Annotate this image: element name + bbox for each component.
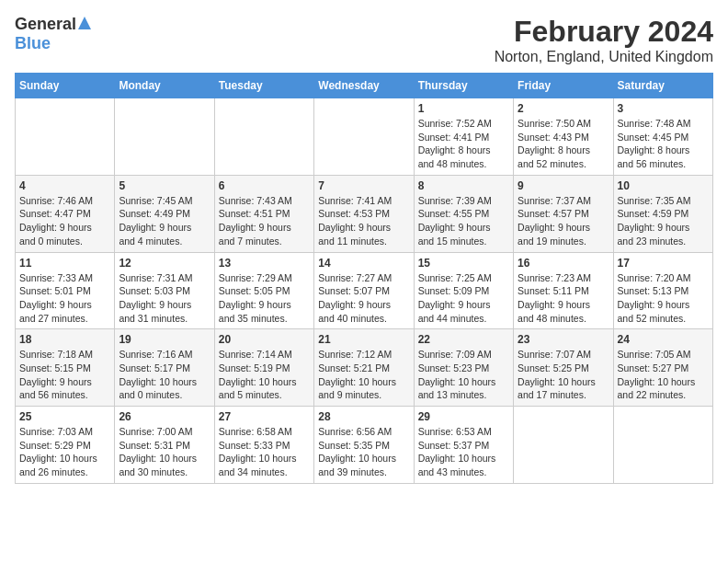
day-info: Sunrise: 7:35 AM Sunset: 4:59 PM Dayligh…	[618, 194, 709, 248]
calendar-cell	[514, 407, 613, 484]
day-info: Sunrise: 7:00 AM Sunset: 5:31 PM Dayligh…	[119, 425, 210, 479]
calendar-cell: 8Sunrise: 7:39 AM Sunset: 4:55 PM Daylig…	[414, 175, 513, 252]
day-info: Sunrise: 7:12 AM Sunset: 5:21 PM Dayligh…	[318, 348, 409, 402]
calendar-cell: 24Sunrise: 7:05 AM Sunset: 5:27 PM Dayli…	[613, 329, 712, 407]
day-number: 9	[518, 179, 609, 192]
day-info: Sunrise: 6:58 AM Sunset: 5:33 PM Dayligh…	[219, 425, 310, 479]
day-info: Sunrise: 7:16 AM Sunset: 5:17 PM Dayligh…	[119, 348, 210, 402]
day-info: Sunrise: 7:18 AM Sunset: 5:15 PM Dayligh…	[19, 348, 110, 402]
calendar-cell: 16Sunrise: 7:23 AM Sunset: 5:11 PM Dayli…	[514, 252, 613, 329]
day-number: 4	[19, 179, 110, 192]
day-number: 21	[318, 333, 409, 346]
calendar-cell: 15Sunrise: 7:25 AM Sunset: 5:09 PM Dayli…	[414, 252, 513, 329]
calendar-cell: 9Sunrise: 7:37 AM Sunset: 4:57 PM Daylig…	[514, 175, 613, 252]
week-row-0: 1Sunrise: 7:52 AM Sunset: 4:41 PM Daylig…	[16, 98, 713, 176]
day-number: 12	[119, 257, 210, 270]
day-info: Sunrise: 7:20 AM Sunset: 5:13 PM Dayligh…	[618, 271, 709, 326]
day-number: 29	[418, 410, 509, 423]
day-info: Sunrise: 6:56 AM Sunset: 5:35 PM Dayligh…	[318, 425, 409, 479]
calendar-cell	[314, 98, 414, 176]
weekday-header-thursday: Thursday	[414, 74, 513, 98]
header: General Blue February 2024 Norton, Engla…	[15, 15, 713, 65]
day-number: 27	[219, 410, 310, 423]
day-info: Sunrise: 7:33 AM Sunset: 5:01 PM Dayligh…	[19, 271, 110, 326]
day-info: Sunrise: 7:03 AM Sunset: 5:29 PM Dayligh…	[19, 425, 110, 479]
day-info: Sunrise: 7:46 AM Sunset: 4:47 PM Dayligh…	[19, 194, 110, 248]
calendar-cell: 28Sunrise: 6:56 AM Sunset: 5:35 PM Dayli…	[314, 407, 414, 484]
day-info: Sunrise: 7:29 AM Sunset: 5:05 PM Dayligh…	[219, 271, 310, 326]
day-info: Sunrise: 7:45 AM Sunset: 4:49 PM Dayligh…	[119, 194, 210, 248]
weekday-header-saturday: Saturday	[613, 74, 712, 98]
day-number: 28	[318, 410, 409, 423]
calendar: SundayMondayTuesdayWednesdayThursdayFrid…	[15, 73, 713, 484]
calendar-cell: 20Sunrise: 7:14 AM Sunset: 5:19 PM Dayli…	[214, 329, 313, 407]
week-row-3: 18Sunrise: 7:18 AM Sunset: 5:15 PM Dayli…	[16, 329, 713, 407]
day-info: Sunrise: 7:09 AM Sunset: 5:23 PM Dayligh…	[418, 348, 509, 402]
month-year: February 2024	[495, 15, 713, 49]
day-number: 20	[219, 333, 310, 346]
weekday-header-tuesday: Tuesday	[214, 74, 313, 98]
weekday-header-sunday: Sunday	[16, 74, 115, 98]
week-row-2: 11Sunrise: 7:33 AM Sunset: 5:01 PM Dayli…	[16, 252, 713, 329]
calendar-cell: 21Sunrise: 7:12 AM Sunset: 5:21 PM Dayli…	[314, 329, 414, 407]
day-info: Sunrise: 7:27 AM Sunset: 5:07 PM Dayligh…	[318, 271, 409, 326]
calendar-cell	[16, 98, 115, 176]
calendar-cell: 6Sunrise: 7:43 AM Sunset: 4:51 PM Daylig…	[214, 175, 313, 252]
day-info: Sunrise: 7:25 AM Sunset: 5:09 PM Dayligh…	[418, 271, 509, 326]
day-number: 17	[618, 257, 709, 270]
day-number: 14	[318, 257, 409, 270]
day-info: Sunrise: 7:37 AM Sunset: 4:57 PM Dayligh…	[518, 194, 609, 248]
logo-triangle-icon	[78, 17, 91, 33]
day-number: 11	[19, 257, 110, 270]
day-number: 23	[518, 333, 609, 346]
calendar-cell: 5Sunrise: 7:45 AM Sunset: 4:49 PM Daylig…	[115, 175, 214, 252]
calendar-cell: 13Sunrise: 7:29 AM Sunset: 5:05 PM Dayli…	[214, 252, 313, 329]
calendar-cell: 26Sunrise: 7:00 AM Sunset: 5:31 PM Dayli…	[115, 407, 214, 484]
day-info: Sunrise: 7:39 AM Sunset: 4:55 PM Dayligh…	[418, 194, 509, 248]
calendar-cell: 2Sunrise: 7:50 AM Sunset: 4:43 PM Daylig…	[514, 98, 613, 176]
calendar-cell: 22Sunrise: 7:09 AM Sunset: 5:23 PM Dayli…	[414, 329, 513, 407]
calendar-cell: 11Sunrise: 7:33 AM Sunset: 5:01 PM Dayli…	[16, 252, 115, 329]
day-number: 13	[219, 257, 310, 270]
weekday-header-row: SundayMondayTuesdayWednesdayThursdayFrid…	[16, 74, 713, 98]
day-info: Sunrise: 7:23 AM Sunset: 5:11 PM Dayligh…	[518, 271, 609, 326]
calendar-cell: 12Sunrise: 7:31 AM Sunset: 5:03 PM Dayli…	[115, 252, 214, 329]
day-number: 5	[119, 179, 210, 192]
calendar-cell	[115, 98, 214, 176]
calendar-cell: 14Sunrise: 7:27 AM Sunset: 5:07 PM Dayli…	[314, 252, 414, 329]
day-number: 6	[219, 179, 310, 192]
logo-blue-text: Blue	[15, 34, 51, 52]
day-number: 7	[318, 179, 409, 192]
day-info: Sunrise: 7:43 AM Sunset: 4:51 PM Dayligh…	[219, 194, 310, 248]
day-number: 8	[418, 179, 509, 192]
calendar-cell: 27Sunrise: 6:58 AM Sunset: 5:33 PM Dayli…	[214, 407, 313, 484]
svg-marker-0	[78, 17, 91, 29]
day-info: Sunrise: 7:14 AM Sunset: 5:19 PM Dayligh…	[219, 348, 310, 402]
day-number: 25	[19, 410, 110, 423]
day-number: 22	[418, 333, 509, 346]
week-row-1: 4Sunrise: 7:46 AM Sunset: 4:47 PM Daylig…	[16, 175, 713, 252]
day-number: 24	[618, 333, 709, 346]
day-number: 3	[618, 102, 709, 115]
calendar-cell: 10Sunrise: 7:35 AM Sunset: 4:59 PM Dayli…	[613, 175, 712, 252]
day-number: 19	[119, 333, 210, 346]
calendar-cell: 25Sunrise: 7:03 AM Sunset: 5:29 PM Dayli…	[16, 407, 115, 484]
calendar-cell: 18Sunrise: 7:18 AM Sunset: 5:15 PM Dayli…	[16, 329, 115, 407]
day-info: Sunrise: 7:07 AM Sunset: 5:25 PM Dayligh…	[518, 348, 609, 402]
location: Norton, England, United Kingdom	[495, 49, 713, 65]
day-info: Sunrise: 6:53 AM Sunset: 5:37 PM Dayligh…	[418, 425, 509, 479]
calendar-cell: 1Sunrise: 7:52 AM Sunset: 4:41 PM Daylig…	[414, 98, 513, 176]
week-row-4: 25Sunrise: 7:03 AM Sunset: 5:29 PM Dayli…	[16, 407, 713, 484]
day-number: 1	[418, 102, 509, 115]
calendar-cell: 23Sunrise: 7:07 AM Sunset: 5:25 PM Dayli…	[514, 329, 613, 407]
day-number: 2	[518, 102, 609, 115]
weekday-header-wednesday: Wednesday	[314, 74, 414, 98]
day-info: Sunrise: 7:50 AM Sunset: 4:43 PM Dayligh…	[518, 117, 609, 171]
calendar-cell: 19Sunrise: 7:16 AM Sunset: 5:17 PM Dayli…	[115, 329, 214, 407]
day-info: Sunrise: 7:52 AM Sunset: 4:41 PM Dayligh…	[418, 117, 509, 171]
calendar-cell: 4Sunrise: 7:46 AM Sunset: 4:47 PM Daylig…	[16, 175, 115, 252]
day-info: Sunrise: 7:48 AM Sunset: 4:45 PM Dayligh…	[618, 117, 709, 171]
day-number: 26	[119, 410, 210, 423]
calendar-cell	[214, 98, 313, 176]
day-number: 15	[418, 257, 509, 270]
